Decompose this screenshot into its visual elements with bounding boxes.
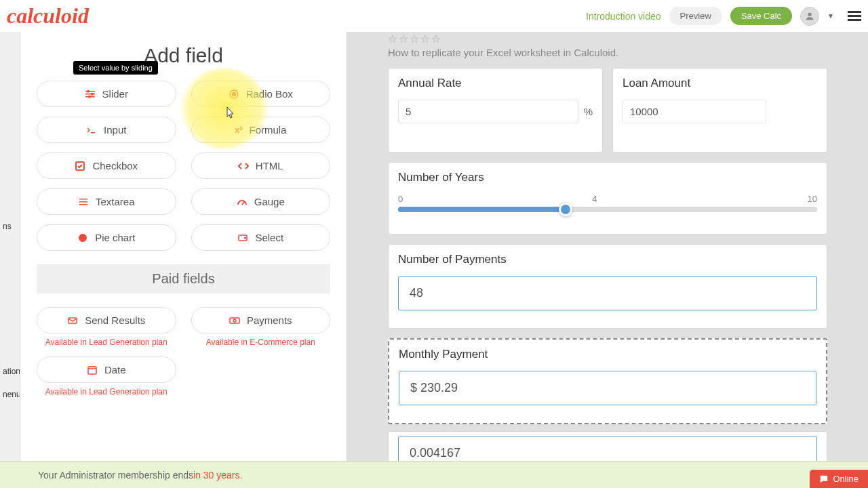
money-icon [229,315,240,326]
select-icon [237,232,248,243]
field-send-results-button[interactable]: Send Results [37,307,176,333]
save-calc-button[interactable]: Save Calc [730,7,792,25]
label: Select [255,232,283,243]
topbar: calculoid Introduction video Preview Sav… [0,0,868,32]
loan-amount-input[interactable] [623,100,766,123]
annual-rate-label: Annual Rate [398,77,593,90]
chat-widget[interactable]: Online [810,470,868,488]
extra-value: 0.004167 [398,436,817,461]
footer-highlight: in 30 years. [193,470,242,481]
cursor-icon [222,106,236,122]
piechart-icon [77,232,88,243]
star-rating[interactable] [388,35,827,44]
label: Input [104,124,126,136]
menu-icon[interactable] [848,11,861,21]
field-textarea-button[interactable]: Textarea [37,188,176,215]
field-piechart-button[interactable]: Pie chart [37,224,176,251]
field-input-button[interactable]: Input [37,117,176,143]
years-card: Number of Years 0 4 10 [388,162,827,235]
footer-text: Your Administrator membership ends [38,470,193,481]
svg-rect-12 [79,201,87,203]
monthly-label: Monthly Payment [399,348,816,361]
label: Formula [250,124,287,136]
svg-rect-11 [79,199,87,200]
field-checkbox-button[interactable]: Checkbox [37,152,176,179]
loan-amount-card: Loan Amount [612,68,827,152]
chat-status: Online [833,474,859,484]
loan-amount-label: Loan Amount [623,77,817,90]
preview-button[interactable]: Preview [669,7,722,25]
slider-tooltip: Select value by sliding [73,61,158,75]
label: Send Results [85,314,145,326]
field-payments-button[interactable]: Payments [191,307,331,333]
send-results-note: Available in Lead Generation plan [37,338,176,347]
svg-rect-9 [91,132,95,134]
annual-rate-card: Annual Rate % [388,68,603,152]
years-label: Number of Years [398,171,817,184]
sidebar-item[interactable]: ation [0,360,20,383]
left-sidebar: ns ation nenu [0,32,20,461]
label: Gauge [254,196,285,207]
svg-point-8 [232,92,235,96]
payments-card: Number of Payments 48 [388,244,827,329]
paid-fields-header: Paid fields [37,264,330,293]
slider-mid: 4 [592,194,597,204]
svg-rect-19 [88,367,96,374]
field-radio-button[interactable]: Radio Box [191,81,331,107]
sliders-icon [85,89,96,100]
svg-rect-17 [230,318,239,323]
code-icon [238,161,249,171]
svg-point-18 [233,319,236,322]
intro-video-link[interactable]: Introduction video [586,11,661,22]
date-note: Available in Lead Generation plan [37,387,176,396]
extra-card: 0.004167 [388,431,827,461]
field-select-button[interactable]: Select [191,224,331,251]
brand-logo[interactable]: calculoid [7,3,89,28]
add-field-panel: Add field Slider Radio Box Input x² Form… [20,32,347,461]
slider-max: 10 [808,194,817,204]
field-date-button[interactable]: Date [37,357,176,383]
envelope-icon [67,315,78,326]
gauge-icon [237,197,248,207]
label: HTML [256,160,283,171]
checkbox-icon [75,161,85,171]
svg-point-4 [87,89,90,92]
list-icon [78,197,89,207]
monthly-payment-card[interactable]: Monthly Payment $ 230.29 [388,338,827,424]
terminal-icon [86,125,97,136]
label: Date [104,364,126,375]
payments-label: Number of Payments [398,253,817,266]
radio-icon [229,89,239,100]
field-formula-button[interactable]: x² Formula [191,117,331,143]
field-slider-button[interactable]: Slider [37,81,176,107]
sidebar-item[interactable]: ns [0,215,20,238]
calculator-preview: How to replicate your Excel worksheet in… [347,32,868,461]
svg-point-0 [808,12,811,16]
calendar-icon [87,365,98,375]
footer-bar: Your Administrator membership ends in 30… [0,461,868,488]
label: Checkbox [92,160,138,171]
svg-rect-16 [68,318,77,323]
label: Slider [102,88,128,100]
payments-note: Available in E-Commerce plan [191,338,331,347]
annual-rate-input[interactable] [398,100,578,123]
field-html-button[interactable]: HTML [191,152,331,179]
user-icon [804,11,815,22]
years-slider[interactable] [398,207,817,212]
field-gauge-button[interactable]: Gauge [191,188,331,215]
caret-down-icon: ▼ [827,12,834,20]
formula-icon: x² [235,125,243,135]
payments-value: 48 [398,276,817,310]
user-avatar[interactable] [800,7,819,26]
preview-subtitle: How to replicate your Excel worksheet in… [388,47,827,58]
label: Textarea [96,196,135,207]
monthly-value: $ 230.29 [399,371,816,405]
sidebar-item[interactable]: nenu [0,383,20,406]
chat-icon [819,474,829,484]
label: Radio Box [246,88,293,100]
slider-thumb[interactable] [559,203,572,216]
label: Payments [247,314,292,326]
label: Pie chart [95,232,135,243]
svg-point-6 [88,95,91,98]
svg-point-5 [91,92,94,95]
